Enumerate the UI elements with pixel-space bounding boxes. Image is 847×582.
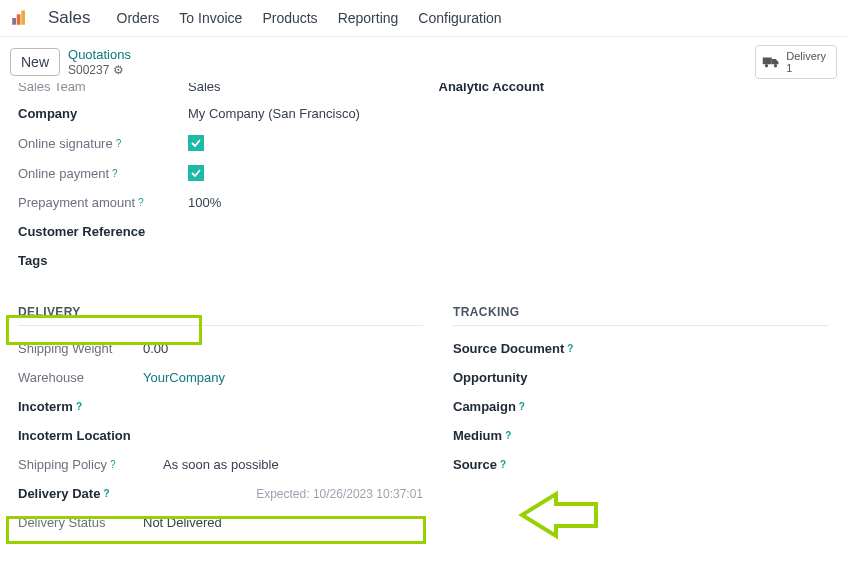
delivery-section: DELIVERY Shipping Weight 0.00 Warehouse …: [18, 299, 423, 537]
shipping-weight-value[interactable]: 0.00: [143, 341, 168, 356]
gear-icon[interactable]: ⚙: [113, 63, 124, 77]
nav-reporting[interactable]: Reporting: [338, 10, 399, 26]
help-icon[interactable]: ?: [567, 343, 573, 354]
svg-point-5: [774, 64, 777, 67]
subheader: New Quotations S00237 ⚙ Delivery 1: [0, 37, 847, 89]
source-document-label: Source Document?: [453, 341, 623, 356]
shipping-policy-label: Shipping Policy?: [18, 457, 163, 472]
campaign-label: Campaign?: [453, 399, 623, 414]
opportunity-label: Opportunity: [453, 370, 623, 385]
svg-rect-3: [763, 58, 772, 65]
nav-to-invoice[interactable]: To Invoice: [179, 10, 242, 26]
nav-configuration[interactable]: Configuration: [418, 10, 501, 26]
company-value[interactable]: My Company (San Francisco): [188, 106, 360, 121]
prepayment-label: Prepayment amount?: [18, 195, 188, 210]
record-id: S00237: [68, 63, 109, 77]
delivery-section-title: DELIVERY: [18, 299, 423, 326]
tags-label: Tags: [18, 253, 188, 268]
help-icon[interactable]: ?: [116, 138, 122, 149]
nav-orders[interactable]: Orders: [117, 10, 160, 26]
incoterm-label: Incoterm?: [18, 399, 143, 414]
breadcrumb: Quotations S00237 ⚙: [68, 47, 131, 77]
delivery-stat-count: 1: [786, 62, 826, 74]
svg-rect-2: [21, 11, 25, 25]
delivery-status-label: Delivery Status: [18, 515, 143, 530]
svg-rect-1: [17, 14, 21, 25]
online-payment-checkbox[interactable]: [188, 165, 204, 181]
source-label: Source?: [453, 457, 623, 472]
help-icon[interactable]: ?: [103, 488, 109, 499]
help-icon[interactable]: ?: [112, 168, 118, 179]
warehouse-label: Warehouse: [18, 370, 143, 385]
top-nav: Sales Orders To Invoice Products Reporti…: [0, 0, 847, 37]
new-button[interactable]: New: [10, 48, 60, 76]
tracking-section: TRACKING Source Document? Opportunity Ca…: [453, 299, 829, 537]
prepayment-value[interactable]: 100%: [188, 195, 221, 210]
sales-team-value[interactable]: Sales: [188, 83, 221, 94]
app-logo-icon: [10, 9, 28, 27]
svg-rect-0: [12, 18, 16, 25]
help-icon[interactable]: ?: [138, 197, 144, 208]
nav-products[interactable]: Products: [262, 10, 317, 26]
delivery-stat-label: Delivery: [786, 50, 826, 62]
medium-label: Medium?: [453, 428, 623, 443]
app-title[interactable]: Sales: [48, 8, 91, 28]
help-icon[interactable]: ?: [519, 401, 525, 412]
form-content: Sales Team Sales Analytic Account Compan…: [0, 89, 847, 557]
incoterm-location-label: Incoterm Location: [18, 428, 168, 443]
online-signature-label: Online signature?: [18, 136, 188, 151]
shipping-policy-value[interactable]: As soon as possible: [163, 457, 279, 472]
truck-icon: [762, 55, 780, 69]
delivery-date-expected[interactable]: Expected: 10/26/2023 10:37:01: [256, 487, 423, 501]
delivery-stat-button[interactable]: Delivery 1: [755, 45, 837, 79]
shipping-weight-label: Shipping Weight: [18, 341, 143, 356]
tracking-section-title: TRACKING: [453, 299, 829, 326]
warehouse-value[interactable]: YourCompany: [143, 370, 225, 385]
customer-ref-label: Customer Reference: [18, 224, 188, 239]
online-payment-label: Online payment?: [18, 166, 188, 181]
company-label: Company: [18, 106, 188, 121]
breadcrumb-parent[interactable]: Quotations: [68, 47, 131, 63]
delivery-status-value: Not Delivered: [143, 515, 222, 530]
help-icon[interactable]: ?: [76, 401, 82, 412]
sales-team-label: Sales Team: [18, 83, 188, 94]
help-icon[interactable]: ?: [500, 459, 506, 470]
svg-point-4: [765, 64, 768, 67]
online-signature-checkbox[interactable]: [188, 135, 204, 151]
analytic-account-label: Analytic Account: [439, 83, 609, 94]
delivery-date-label: Delivery Date?: [18, 486, 143, 501]
help-icon[interactable]: ?: [110, 459, 116, 470]
help-icon[interactable]: ?: [505, 430, 511, 441]
